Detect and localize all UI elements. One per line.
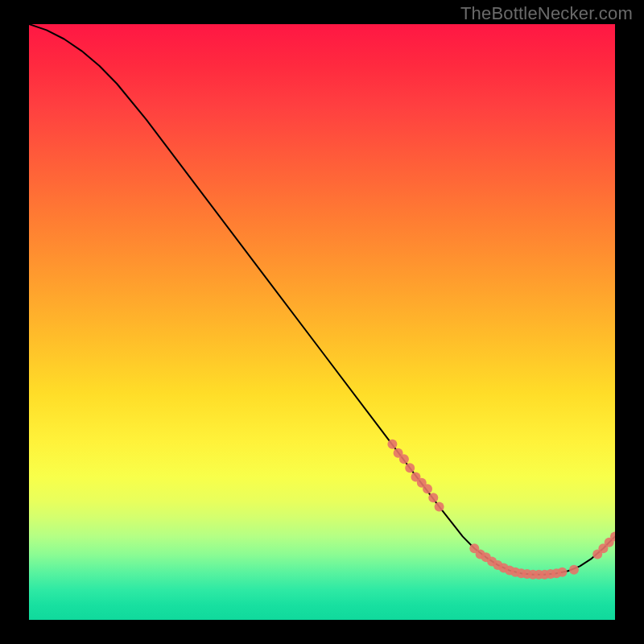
watermark-label: TheBottleNecker.com	[460, 3, 633, 24]
data-point	[428, 493, 438, 502]
plot-area	[29, 24, 615, 620]
data-point	[399, 454, 409, 464]
marker-group	[387, 440, 615, 580]
chart-stage: TheBottleNecker.com	[0, 0, 644, 644]
data-point	[387, 440, 397, 449]
data-point	[569, 565, 579, 575]
curve-line	[29, 24, 615, 575]
chart-svg	[29, 24, 615, 620]
data-point	[423, 484, 432, 493]
data-point	[435, 502, 444, 511]
data-point	[405, 463, 415, 473]
data-point	[558, 568, 568, 577]
